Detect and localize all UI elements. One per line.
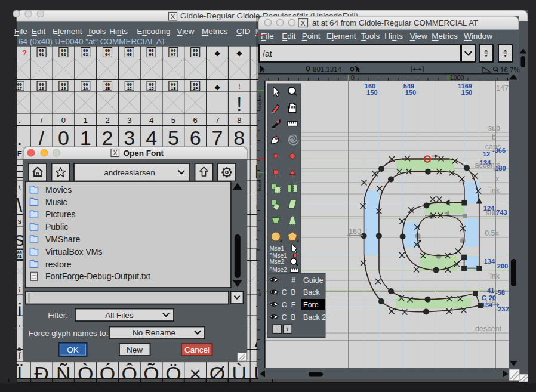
svg-text:Mse1: Mse1 — [270, 245, 285, 252]
svg-text:6: 6 — [190, 126, 201, 149]
svg-text:Hints: Hints — [384, 32, 403, 41]
svg-text:5: 5 — [171, 116, 175, 125]
svg-text:sub: sub — [486, 209, 498, 217]
svg-text:150: 150 — [366, 89, 377, 96]
svg-text:descent: descent — [475, 325, 501, 333]
svg-text:41: 41 — [487, 287, 494, 294]
svg-text:\: \ — [17, 194, 23, 217]
svg-text:¸: ¸ — [19, 318, 21, 327]
svg-text:8: 8 — [237, 116, 241, 125]
svg-text:0: 0 — [58, 126, 69, 149]
svg-text:18: 18 — [39, 87, 44, 91]
svg-text:◆: ◆ — [214, 49, 220, 57]
svg-text:8: 8 — [233, 126, 245, 149]
svg-text:CID: CID — [236, 27, 251, 36]
svg-text:0.5x: 0.5x — [485, 229, 499, 237]
svg-text:4: 4 — [146, 126, 157, 149]
svg-text:Filter:: Filter: — [48, 311, 68, 320]
svg-text:2: 2 — [102, 126, 113, 149]
svg-text:Metrics: Metrics — [432, 32, 458, 41]
svg-text:Force glyph names to:: Force glyph names to: — [29, 329, 109, 338]
svg-text:X: X — [301, 20, 306, 27]
svg-text:VMShare: VMShare — [45, 234, 81, 244]
svg-text:#: # — [291, 276, 295, 285]
svg-text:7: 7 — [212, 126, 223, 149]
svg-text:1D: 1D — [149, 87, 154, 91]
svg-text:VirtualBox VMs: VirtualBox VMs — [45, 247, 102, 257]
svg-text:No Rename: No Rename — [133, 328, 175, 337]
svg-text:◆: ◆ — [214, 83, 220, 91]
svg-text:X: X — [171, 13, 175, 20]
svg-text:160: 160 — [349, 227, 361, 236]
svg-text:caps: caps — [485, 143, 501, 151]
svg-text:?: ? — [22, 48, 27, 57]
svg-text:134: 134 — [484, 258, 495, 265]
svg-text:5: 5 — [168, 126, 179, 149]
svg-text:Tools: Tools — [361, 32, 380, 41]
svg-text:ink: ink — [490, 186, 500, 195]
svg-text:0: 0 — [61, 116, 66, 125]
svg-text:0: 0 — [258, 105, 261, 110]
svg-text:¸: ¸ — [16, 329, 23, 351]
svg-text:View: View — [410, 32, 427, 41]
svg-text:Hints: Hints — [109, 27, 128, 36]
svg-text:1F: 1F — [193, 87, 198, 91]
svg-text:s: s — [18, 217, 22, 226]
svg-text:17: 17 — [17, 87, 22, 91]
svg-text:150: 150 — [405, 89, 416, 96]
svg-text:B: B — [291, 313, 295, 322]
svg-text:2: 2 — [105, 116, 109, 125]
svg-text:C: C — [282, 313, 287, 322]
svg-text:3: 3 — [124, 126, 135, 149]
svg-text:Ï: Ï — [19, 351, 21, 360]
svg-text:ink: ink — [490, 272, 500, 280]
svg-text:Back 2: Back 2 — [303, 313, 326, 322]
svg-text:Public: Public — [45, 222, 68, 232]
svg-text:Movies: Movies — [45, 185, 72, 195]
svg-text:View: View — [177, 27, 195, 36]
svg-text:-: - — [276, 324, 278, 333]
svg-text:Metrics: Metrics — [202, 27, 228, 36]
svg-text:Back: Back — [303, 288, 321, 297]
svg-text:FontForge-Debug-Output.txt: FontForge-Debug-Output.txt — [45, 271, 150, 281]
svg-text:3: 3 — [127, 116, 131, 125]
svg-text:Edit: Edit — [32, 27, 46, 36]
svg-text:1: 1 — [80, 126, 91, 149]
svg-text:7: 7 — [215, 116, 219, 125]
svg-text:07: 07 — [171, 53, 175, 57]
svg-text:1A: 1A — [83, 87, 88, 91]
svg-text:/: / — [39, 126, 45, 149]
svg-text:sup: sup — [488, 124, 500, 132]
svg-text:145: 145 — [485, 299, 495, 306]
svg-text:08: 08 — [193, 53, 198, 57]
svg-text:Fore: Fore — [303, 301, 319, 309]
svg-text:Element: Element — [326, 32, 356, 41]
svg-text:F: F — [291, 301, 295, 309]
svg-text:at at 64 from Gidole-Regular C: at at 64 from Gidole-Regular COMMERCIAL … — [312, 18, 478, 27]
svg-text:549: 549 — [403, 82, 414, 89]
svg-text:1169: 1169 — [458, 82, 472, 89]
svg-text:^Mse2: ^Mse2 — [270, 267, 288, 273]
svg-text:restore: restore — [45, 260, 72, 269]
svg-text:19: 19 — [61, 87, 66, 91]
svg-text:64 (0x40) U+0040 "at" COMMERCI: 64 (0x40) U+0040 "at" COMMERCIAL AT — [19, 37, 166, 46]
svg-text:Pictures: Pictures — [45, 209, 76, 219]
svg-text:/at: /at — [263, 49, 272, 58]
svg-text:!: ! — [238, 82, 241, 91]
svg-text:B: B — [291, 288, 295, 297]
svg-text:0: 0 — [351, 74, 355, 81]
svg-text:Edit: Edit — [282, 32, 296, 41]
svg-text:Tools: Tools — [87, 27, 106, 36]
svg-text:1C: 1C — [127, 87, 132, 91]
svg-text:Mse2: Mse2 — [270, 258, 285, 265]
svg-text:160: 160 — [365, 82, 375, 89]
svg-text:03: 03 — [83, 53, 88, 57]
svg-text:1000: 1000 — [450, 74, 464, 81]
svg-text:\: \ — [19, 183, 21, 192]
svg-text:8A: 8A — [17, 255, 23, 260]
svg-text:Music: Music — [45, 197, 67, 207]
svg-text:0: 0 — [258, 292, 261, 297]
svg-text:Cancel: Cancel — [184, 345, 210, 354]
svg-text:1B: 1B — [105, 87, 110, 91]
svg-text:C: C — [282, 301, 287, 309]
